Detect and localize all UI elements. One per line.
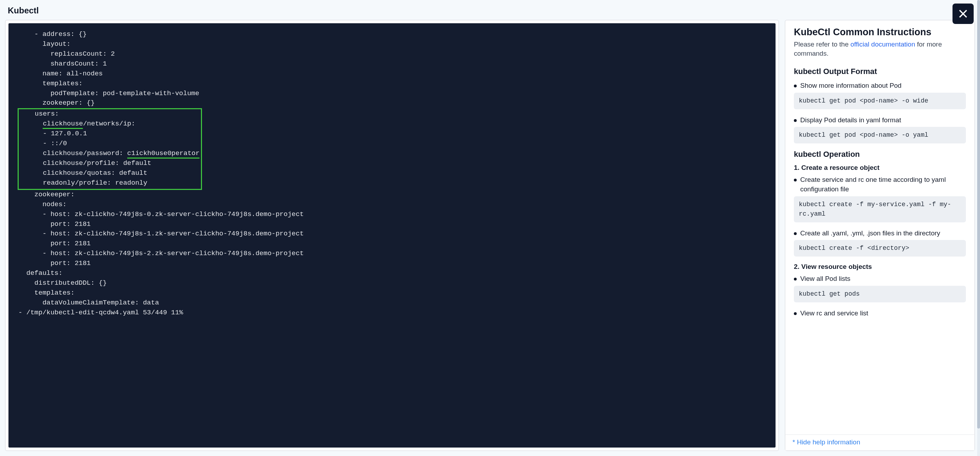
terminal-pane: - address: {} layout: replicasCount: 2 s… <box>5 20 779 451</box>
help-item: Create all .yaml, .yml, .json files in t… <box>794 229 966 238</box>
bullet-icon <box>794 312 797 315</box>
terminal-line: port: 2181 <box>18 259 766 269</box>
section-heading-output: kubectl Output Format <box>794 67 966 76</box>
terminal-line: - /tmp/kubectl-edit-qcdw4.yaml 53/449 11… <box>18 308 766 318</box>
cmd-block: kubectl create -f <directory> <box>794 240 966 257</box>
terminal-line: distributedDDL: {} <box>18 278 766 288</box>
main-area: - address: {} layout: replicasCount: 2 s… <box>0 20 980 456</box>
app-root: Kubectl - address: {} layout: replicasCo… <box>0 0 980 456</box>
bullet-icon <box>794 119 797 122</box>
terminal-line: layout: <box>18 40 766 49</box>
terminal-line: templates: <box>18 288 766 298</box>
cmd-block: kubectl get pod <pod-name> -o yaml <box>794 127 966 143</box>
terminal-line: zookeeper: <box>18 190 766 200</box>
terminal-line: port: 2181 <box>18 219 766 229</box>
bullet-icon <box>794 84 797 87</box>
official-doc-link[interactable]: official documentation <box>851 41 915 48</box>
help-item: Create service and rc one time according… <box>794 175 966 194</box>
terminal-line: - host: zk-clickho-749j8s-1.zk-server-cl… <box>18 229 766 239</box>
cmd-block: kubectl create -f my-service.yaml -f my-… <box>794 196 966 222</box>
subsection-heading-view: 2. View resource objects <box>794 263 966 271</box>
help-pane: KubeCtl Common Instructions Please refer… <box>785 20 975 451</box>
highlight-box: users: clickhouse/networks/ip: - 127.0.0… <box>18 108 202 190</box>
help-item-text: Display Pod details in yaml format <box>800 116 901 125</box>
close-icon <box>957 8 969 20</box>
terminal-line: dataVolumeClaimTemplate: data <box>18 298 766 308</box>
help-item-text: View rc and service list <box>800 309 868 318</box>
cmd-block: kubectl get pod <pod-name> -o wide <box>794 93 966 109</box>
help-item: Display Pod details in yaml format <box>794 116 966 125</box>
terminal-line: - host: zk-clickho-749j8s-0.zk-server-cl… <box>18 210 766 219</box>
terminal-line: templates: <box>18 79 766 89</box>
help-title: KubeCtl Common Instructions <box>794 27 966 38</box>
terminal-line: name: all-nodes <box>18 69 766 79</box>
help-footer: * Hide help information <box>786 434 974 450</box>
help-item: Show more information about Pod <box>794 81 966 91</box>
page-scrollbar-thumb[interactable] <box>977 0 980 429</box>
terminal-line: replicasCount: 2 <box>18 49 766 59</box>
bullet-icon <box>794 179 797 181</box>
help-item-text: Create all .yaml, .yml, .json files in t… <box>800 229 940 238</box>
terminal-line: - address: {} <box>18 30 766 40</box>
header-bar: Kubectl <box>0 0 980 20</box>
terminal-line: shardsCount: 1 <box>18 59 766 69</box>
help-item: View rc and service list <box>794 309 966 318</box>
subsection-heading-create: 1. Create a resource object <box>794 164 966 172</box>
help-item-text: Create service and rc one time according… <box>800 175 966 194</box>
terminal-line: zookeeper: {} <box>18 99 766 108</box>
terminal-line: port: 2181 <box>18 239 766 249</box>
help-item-text: View all Pod lists <box>800 274 850 284</box>
terminal-line: nodes: <box>18 200 766 210</box>
cmd-block: kubectl get pods <box>794 286 966 302</box>
bullet-icon <box>794 278 797 281</box>
help-item: View all Pod lists <box>794 274 966 284</box>
terminal-line: defaults: <box>18 269 766 278</box>
help-subtitle: Please refer to the official documentati… <box>794 40 966 58</box>
section-heading-operation: kubectl Operation <box>794 150 966 159</box>
terminal-line: podTemplate: pod-template-with-volume <box>18 89 766 99</box>
page-title: Kubectl <box>8 6 39 16</box>
close-button[interactable] <box>953 3 974 24</box>
hide-help-link[interactable]: * Hide help information <box>792 439 860 446</box>
terminal[interactable]: - address: {} layout: replicasCount: 2 s… <box>8 23 776 448</box>
help-scroll[interactable]: KubeCtl Common Instructions Please refer… <box>786 21 974 434</box>
help-item-text: Show more information about Pod <box>800 81 901 91</box>
bullet-icon <box>794 232 797 235</box>
page-scrollbar[interactable] <box>977 0 980 456</box>
terminal-line: - host: zk-clickho-749j8s-2.zk-server-cl… <box>18 249 766 259</box>
